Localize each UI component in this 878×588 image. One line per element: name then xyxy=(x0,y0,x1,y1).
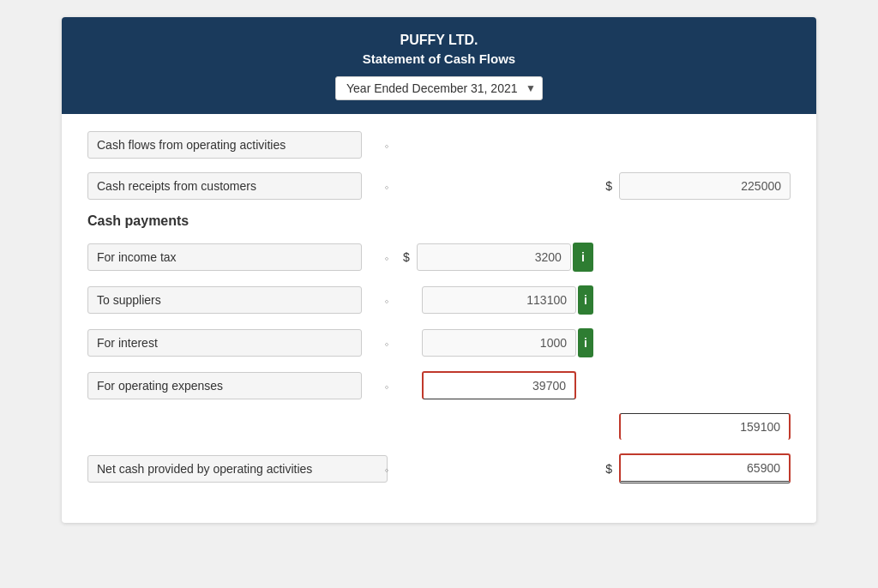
to-suppliers-info-button[interactable]: i xyxy=(578,285,593,315)
for-operating-expenses-middle xyxy=(396,371,593,399)
cash-receipts-select-wrapper[interactable]: Cash receipts from customers xyxy=(87,172,396,200)
income-tax-middle: $ i xyxy=(396,243,593,272)
net-cash-select-wrapper[interactable]: Net cash provided by operating activitie… xyxy=(87,455,396,483)
income-tax-info-button[interactable]: i xyxy=(573,243,593,272)
for-interest-select[interactable]: For interest xyxy=(87,329,362,357)
subtotal-row xyxy=(87,413,791,440)
main-container: PUFFY LTD. Statement of Cash Flows Year … xyxy=(62,17,816,523)
for-interest-select-wrapper[interactable]: For interest xyxy=(87,329,396,357)
to-suppliers-input[interactable] xyxy=(422,286,576,314)
net-cash-row: Net cash provided by operating activitie… xyxy=(87,453,791,483)
year-select-wrapper[interactable]: Year Ended December 31, 2021 ▼ xyxy=(335,76,543,100)
income-tax-input[interactable] xyxy=(417,243,571,271)
for-operating-expenses-row: For operating expenses xyxy=(87,371,791,399)
for-interest-middle: i xyxy=(396,328,593,357)
cash-receipts-input[interactable] xyxy=(619,172,791,200)
net-cash-select[interactable]: Net cash provided by operating activitie… xyxy=(87,455,388,483)
for-operating-expenses-input[interactable] xyxy=(422,371,576,399)
header: PUFFY LTD. Statement of Cash Flows Year … xyxy=(62,17,816,114)
cash-receipts-select[interactable]: Cash receipts from customers xyxy=(87,172,362,200)
cash-receipts-row: Cash receipts from customers $ xyxy=(87,172,791,200)
year-select[interactable]: Year Ended December 31, 2021 xyxy=(335,76,543,100)
to-suppliers-middle: i xyxy=(396,285,593,315)
for-interest-row: For interest i xyxy=(87,328,791,357)
subtotal-input[interactable] xyxy=(619,413,791,440)
operating-activities-row: Cash flows from operating activities xyxy=(87,131,791,159)
income-tax-select-wrapper[interactable]: For income tax xyxy=(87,243,396,271)
subtotal-right xyxy=(619,413,791,440)
company-name: PUFFY LTD. xyxy=(79,33,799,48)
operating-activities-select[interactable]: Cash flows from operating activities xyxy=(87,131,362,159)
dollar-sign-receipts: $ xyxy=(605,179,612,193)
for-interest-input[interactable] xyxy=(422,329,576,357)
net-cash-right: $ xyxy=(598,453,791,483)
to-suppliers-select-wrapper[interactable]: To suppliers xyxy=(87,286,396,314)
for-interest-info-button[interactable]: i xyxy=(578,328,593,357)
operating-activities-select-wrapper[interactable]: Cash flows from operating activities xyxy=(87,131,396,159)
income-tax-row: For income tax $ i xyxy=(87,243,791,272)
to-suppliers-row: To suppliers i xyxy=(87,285,791,315)
for-operating-expenses-select-wrapper[interactable]: For operating expenses xyxy=(87,372,396,399)
net-cash-input[interactable] xyxy=(619,453,791,483)
cash-payments-label: Cash payments xyxy=(87,213,791,229)
for-operating-expenses-select[interactable]: For operating expenses xyxy=(87,372,362,399)
to-suppliers-select[interactable]: To suppliers xyxy=(87,286,362,314)
income-tax-select[interactable]: For income tax xyxy=(87,243,362,271)
dollar-sign-income-tax: $ xyxy=(403,250,410,264)
statement-title: Statement of Cash Flows xyxy=(79,51,799,66)
dollar-sign-net-cash: $ xyxy=(605,462,612,476)
cash-receipts-right: $ xyxy=(598,172,791,200)
content-area: Cash flows from operating activities Cas… xyxy=(62,114,816,523)
